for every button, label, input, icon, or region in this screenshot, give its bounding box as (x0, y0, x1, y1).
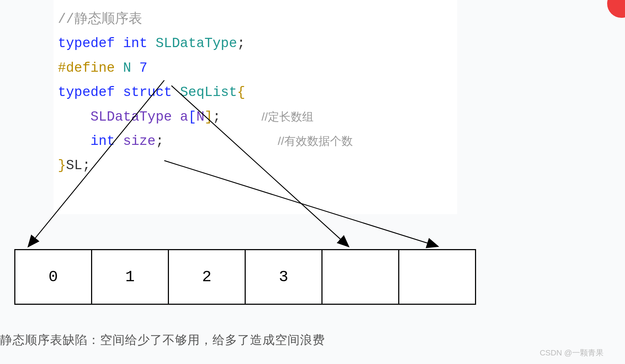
kw-int: int (123, 36, 147, 51)
comment-static-list: //静态顺序表 (58, 11, 142, 27)
array-cell-3: 3 (245, 250, 322, 304)
kw-typedef2: typedef (58, 85, 115, 100)
type-sldatatype: SLDataType (156, 36, 237, 51)
code-line-5: SLDataType a[N]; //定长数组 (54, 105, 457, 129)
code-line-6: int size; //有效数据个数 (54, 129, 457, 153)
indent6 (58, 133, 90, 149)
kw-typedef: typedef (58, 36, 115, 51)
code-line-7: }SL; (54, 153, 457, 178)
array-diagram: 0 1 2 3 (14, 249, 476, 305)
kw-struct: struct (123, 85, 172, 100)
semi7: ; (82, 158, 90, 173)
use-N: N (196, 109, 205, 125)
array-cell-2: 2 (169, 250, 245, 304)
array-cell-5 (399, 250, 476, 304)
caption-text: 静态顺序表缺陷：空间给少了不够用，给多了造成空间浪费 (0, 332, 325, 348)
array-cell-0: 0 (15, 250, 92, 304)
attribution-text: CSDN @一颗青果 (540, 348, 604, 358)
alias-SL: SL (66, 158, 82, 173)
code-line-4: typedef struct SeqList{ (54, 80, 457, 105)
indent5 (58, 109, 90, 125)
var-size: size (123, 133, 155, 149)
type-seqlist: SeqList (180, 85, 237, 100)
rbracket: ] (205, 109, 213, 125)
semi5: ; (212, 109, 221, 125)
pp-define: #define (58, 60, 115, 76)
num-7: 7 (139, 60, 148, 76)
code-line-2: typedef int SLDataType; (54, 31, 457, 56)
semi: ; (237, 36, 245, 51)
var-a: a (180, 109, 188, 125)
comment-valid-count: //有效数据个数 (278, 135, 353, 147)
brace-open: { (237, 85, 245, 100)
macro-N: N (123, 60, 131, 76)
code-line-1: //静态顺序表 (54, 7, 457, 31)
array-cell-4 (322, 250, 399, 304)
array-cell-1: 1 (92, 250, 169, 304)
kw-int2: int (90, 133, 115, 149)
lbracket: [ (188, 109, 196, 125)
code-line-3: #define N 7 (54, 56, 457, 80)
type-sldatatype-use: SLDataType (90, 109, 172, 125)
brace-close: } (58, 158, 66, 173)
code-block: //静态顺序表 typedef int SLDataType; #define … (54, 0, 457, 214)
semi6: ; (156, 133, 164, 149)
comment-fixed-array: //定长数组 (261, 110, 314, 123)
